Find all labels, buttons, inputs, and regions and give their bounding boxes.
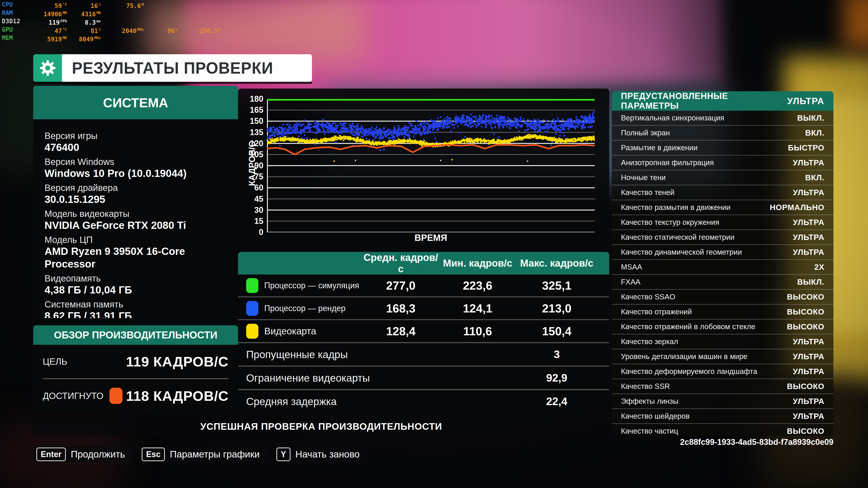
system-field-value: 4,38 ГБ / 10,04 ГБ	[44, 284, 238, 296]
preset-setting-label: Качество отражений	[621, 307, 692, 316]
y-tick-label: 165	[238, 105, 264, 115]
series-avg-fps: 168,3	[362, 302, 439, 315]
preset-setting-row: MSAA2X	[612, 260, 833, 275]
series-min-fps: 110,6	[439, 324, 516, 338]
y-tick-label: 60	[238, 183, 264, 193]
hud-metric-label: D3D12	[2, 18, 29, 26]
series-legend-cell: Процессор — симуляция	[238, 278, 362, 293]
hud-metric-value: 75.6W	[101, 1, 144, 9]
overview-panel-body: ЦЕЛЬ 119 КАДРОВ/С ДОСТИГНУТО 118 КАДРОВ/…	[33, 345, 238, 413]
preset-setting-label: Качество зеркал	[621, 337, 678, 346]
table-row: Процессор — рендер168,3124,1213,0	[238, 297, 609, 319]
chart-x-axis-label: ВРЕМЯ	[267, 233, 595, 243]
hud-metric-value: 2040MHz	[101, 26, 144, 34]
preset-setting-row: Качество текстур окруженияУЛЬТРА	[612, 215, 833, 230]
hud-metric-label: RAM	[2, 9, 29, 18]
footer-button-y[interactable]: YНачать заново	[273, 446, 367, 462]
preset-setting-row: Качество отражений в лобовом стеклеВЫСОК…	[612, 320, 833, 334]
preset-setting-label: Качество SSR	[621, 382, 670, 391]
preset-setting-value: УЛЬТРА	[793, 188, 825, 197]
stat-label: Средняя задержка	[238, 395, 516, 408]
system-field-value: 476400	[44, 141, 238, 154]
preset-setting-row: FXAAВЫКЛ.	[612, 275, 833, 290]
system-field: Модель ЦПAMD Ryzen 9 3950X 16-Core Proce…	[44, 234, 238, 270]
preset-setting-label: Качество частиц	[621, 427, 678, 435]
preset-setting-value: ВЫКЛ.	[797, 278, 825, 287]
preset-header-value: УЛЬТРА	[787, 96, 825, 106]
footer-button-label: Начать заново	[296, 449, 360, 460]
preset-setting-value: УЛЬТРА	[793, 397, 825, 406]
keycap-y: Y	[276, 448, 290, 461]
preset-setting-label: Ночные тени	[621, 173, 666, 182]
series-legend-cell: Процессор — рендер	[238, 301, 362, 316]
preset-setting-value: УЛЬТРА	[793, 158, 825, 167]
preset-setting-label: FXAA	[621, 278, 640, 286]
footer-button-enter[interactable]: EnterПродолжить	[33, 446, 133, 462]
column-header-avg: Средн. кадров/с	[362, 252, 439, 274]
preset-setting-row: Качество SSRВЫСОКО	[612, 379, 833, 394]
system-field-label: Модель видеокарты	[44, 208, 238, 219]
preset-setting-value: ВКЛ.	[805, 128, 825, 137]
preset-setting-row: Уровень детализации машин в миреУЛЬТРА	[612, 349, 833, 364]
series-color-swatch	[246, 278, 258, 293]
footer-button-label: Продолжить	[71, 449, 125, 460]
preset-setting-value: ВЫСОКО	[787, 322, 825, 331]
series-legend-cell: Видеокарта	[238, 324, 362, 339]
target-fps-row: ЦЕЛЬ 119 КАДРОВ/С	[43, 345, 228, 378]
y-tick-label: 135	[238, 128, 264, 137]
preset-setting-row: Качество тенейУЛЬТРА	[612, 185, 833, 200]
series-label: Процессор — симуляция	[264, 281, 359, 290]
stat-value: 22,4	[516, 395, 597, 408]
preset-setting-value: ВЫСОКО	[787, 382, 825, 391]
series-color-swatch	[246, 301, 258, 316]
preset-setting-label: Качество динамической геометрии	[621, 248, 742, 256]
hud-line: CPU59°C16%75.6W	[2, 1, 221, 9]
preset-setting-row: Качество частицВЫСОКО	[612, 424, 833, 436]
series-max-fps: 213,0	[516, 302, 597, 315]
hud-metric-value: 47°C	[29, 26, 67, 34]
hud-metric-value: 81%	[67, 26, 101, 34]
footer-button-esc[interactable]: EscПараметры графики	[138, 446, 268, 462]
stat-row: Пропущенные кадры3	[238, 343, 609, 365]
system-panel: СИСТЕМА Версия игры476400Версия WindowsW…	[33, 86, 238, 318]
stat-row: Ограничение видеокарты92,9	[238, 367, 609, 389]
preset-setting-label: Уровень детализации машин в мире	[621, 352, 747, 361]
preset-setting-value: ВЫСОКО	[787, 427, 825, 435]
y-tick-label: 180	[238, 94, 264, 104]
system-field: Модель видеокартыNVIDIA GeForce RTX 2080…	[44, 208, 238, 232]
hud-metric-value: 14906MB	[29, 9, 67, 18]
column-header-max: Макс. кадров/с	[516, 258, 597, 269]
system-field-label: Системная память	[44, 299, 238, 310]
preset-settings-panel: ПРЕДУСТАНОВЛЕННЫЕ ПАРАМЕТРЫ УЛЬТРА Верти…	[612, 91, 833, 436]
hud-metric-value: 119FPS	[29, 18, 67, 26]
footer-button-label: Параметры графики	[170, 449, 259, 460]
preset-setting-label: Эффекты линзы	[621, 397, 678, 405]
page-title: РЕЗУЛЬТАТЫ ПРОВЕРКИ	[62, 59, 273, 77]
target-fps-value: 119 КАДРОВ/С	[126, 354, 228, 369]
system-field: Системная память8,62 ГБ / 31,91 ГБ	[44, 299, 238, 318]
performance-overview-panel: ОБЗОР ПРОИЗВОДИТЕЛЬНОСТИ ЦЕЛЬ 119 КАДРОВ…	[33, 325, 238, 413]
preset-setting-label: Анизотропная фильтрация	[621, 158, 714, 167]
system-field: Версия драйвера30.0.15.1295	[44, 183, 238, 205]
preset-setting-row: Размытие в движенииБЫСТРО	[612, 140, 833, 156]
table-row: Процессор — симуляция277,0223,6325,1	[238, 274, 609, 296]
system-field-label: Видеопамять	[44, 273, 238, 284]
series-avg-fps: 277,0	[362, 279, 439, 292]
preset-setting-value: ВЫКЛ.	[797, 113, 825, 123]
y-tick-label: 90	[238, 161, 264, 170]
y-tick-label: 0	[238, 228, 264, 237]
preset-setting-row: Качество SSAOВЫСОКО	[612, 290, 833, 304]
system-field-label: Версия игры	[44, 131, 238, 141]
stat-value: 92,9	[516, 372, 597, 384]
hud-metric-value: 59°C	[29, 1, 67, 9]
y-tick-label: 105	[238, 150, 264, 159]
preset-settings-header: ПРЕДУСТАНОВЛЕННЫЕ ПАРАМЕТРЫ УЛЬТРА	[612, 91, 833, 111]
preset-setting-value: УЛЬТРА	[793, 367, 825, 376]
preset-setting-value: УЛЬТРА	[793, 233, 825, 242]
preset-setting-label: Качество текстур окружения	[621, 218, 719, 227]
series-max-fps: 325,1	[516, 279, 597, 292]
system-panel-header: СИСТЕМА	[33, 86, 238, 119]
y-tick-label: 15	[238, 217, 264, 226]
achieved-fps-row: ДОСТИГНУТО 118 КАДРОВ/С	[43, 379, 228, 413]
preset-setting-value: ВЫСОКО	[787, 307, 825, 316]
